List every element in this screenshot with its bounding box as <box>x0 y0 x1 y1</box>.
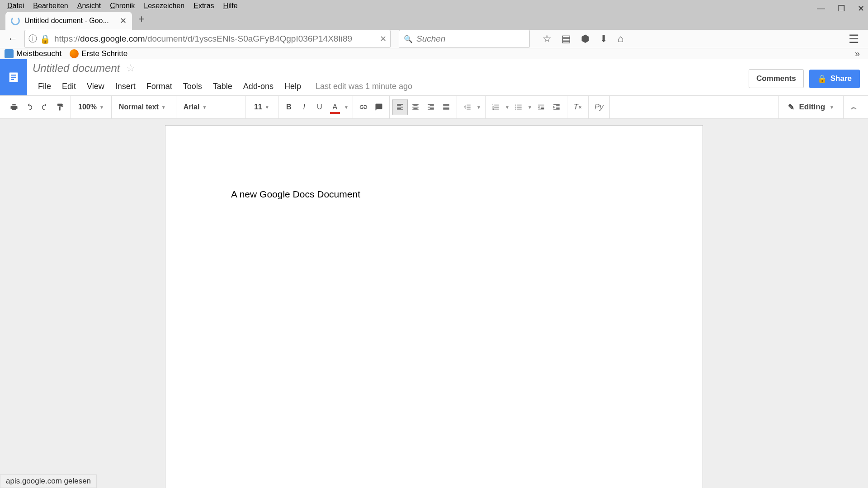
align-right-button[interactable] <box>423 99 439 115</box>
window-minimize-icon[interactable]: — <box>817 4 825 14</box>
last-edit-text: Last edit was 1 minute ago <box>316 82 412 91</box>
docs-home-button[interactable] <box>0 59 27 95</box>
print-button[interactable] <box>6 99 22 115</box>
menu-hilfe[interactable]: Hilfe <box>219 0 242 12</box>
svg-rect-3 <box>11 79 14 80</box>
document-title[interactable]: Untitled document <box>33 62 120 75</box>
align-justify-button[interactable] <box>439 99 454 115</box>
docs-header: Untitled document ☆ File Edit View Inser… <box>0 59 868 95</box>
paragraph-style-dropdown[interactable]: Normal text▼ <box>114 103 173 111</box>
downloads-icon[interactable]: ⬇ <box>599 33 608 45</box>
search-input[interactable] <box>416 34 525 44</box>
docs-toolbar: 100%▼ Normal text▼ Arial▼ 11▼ B I U A ▼ <box>0 95 868 119</box>
underline-button[interactable]: U <box>312 99 327 115</box>
undo-button[interactable] <box>22 99 37 115</box>
docs-menubar: File Edit View Insert Format Tools Table… <box>33 77 868 95</box>
tab-close-icon[interactable]: ✕ <box>120 16 127 26</box>
numbered-list-caret[interactable]: ▼ <box>504 99 511 115</box>
menu-format[interactable]: Format <box>141 79 178 94</box>
decrease-indent-button[interactable] <box>533 99 549 115</box>
redo-button[interactable] <box>37 99 52 115</box>
browser-tab[interactable]: Untitled document - Goo... ✕ <box>5 12 132 30</box>
lock-icon: 🔒 <box>40 34 51 44</box>
svg-rect-2 <box>11 77 16 78</box>
menu-view[interactable]: View <box>81 79 110 94</box>
bulleted-list-caret[interactable]: ▼ <box>526 99 533 115</box>
docs-logo-icon <box>7 71 20 84</box>
bookmark-erste-schritte[interactable]: Erste Schritte <box>70 49 127 58</box>
insert-link-button[interactable] <box>356 99 371 115</box>
firefox-menubar: Datei Bearbeiten Ansicht Chronik Lesezei… <box>0 0 868 12</box>
font-size-dropdown[interactable]: 11▼ <box>248 103 275 111</box>
share-button[interactable]: 🔒 Share <box>809 70 860 88</box>
insert-comment-button[interactable] <box>371 99 387 115</box>
menu-insert[interactable]: Insert <box>110 79 141 94</box>
font-family-dropdown[interactable]: Arial▼ <box>179 103 242 111</box>
loading-spinner-icon <box>11 16 20 25</box>
document-page[interactable]: A new Google Docs Document <box>165 125 703 488</box>
text-color-button[interactable]: A <box>327 99 343 115</box>
google-docs-app: Untitled document ☆ File Edit View Inser… <box>0 59 868 488</box>
numbered-list-button[interactable] <box>488 99 504 115</box>
url-text: https://docs.google.com/document/d/1yscs… <box>54 34 376 44</box>
line-spacing-caret[interactable]: ▼ <box>475 99 482 115</box>
menu-table[interactable]: Table <box>208 79 238 94</box>
pocket-icon[interactable]: ⬢ <box>581 33 590 45</box>
home-icon[interactable]: ⌂ <box>618 33 623 45</box>
align-center-button[interactable] <box>408 99 423 115</box>
text-color-caret[interactable]: ▼ <box>343 99 350 115</box>
bulleted-list-button[interactable] <box>511 99 526 115</box>
firefox-tabbar: Untitled document - Goo... ✕ + <box>0 12 868 30</box>
menu-ansicht[interactable]: Ansicht <box>73 0 105 12</box>
hide-menus-button[interactable]: ︽ <box>846 99 862 115</box>
bookmark-star-icon[interactable]: ☆ <box>542 33 552 45</box>
align-left-button[interactable] <box>392 99 408 115</box>
clear-formatting-button[interactable]: T✕ <box>570 99 585 115</box>
svg-rect-1 <box>11 75 16 75</box>
menu-lesezeichen[interactable]: Lesezeichen <box>139 0 189 12</box>
editing-mode-dropdown[interactable]: ✎ Editing ▼ <box>782 103 840 112</box>
firefox-icon <box>70 49 79 58</box>
bookmark-meistbesucht[interactable]: Meistbesucht <box>5 49 61 58</box>
input-tools-button[interactable]: Py <box>591 99 607 115</box>
window-restore-icon[interactable]: ❐ <box>838 4 845 14</box>
lock-icon: 🔒 <box>817 74 827 84</box>
back-button[interactable]: ← <box>5 31 21 47</box>
menu-help[interactable]: Help <box>279 79 307 94</box>
reader-view-icon[interactable]: ▤ <box>561 33 571 45</box>
window-close-icon[interactable]: ✕ <box>858 4 864 14</box>
zoom-dropdown[interactable]: 100%▼ <box>74 103 108 111</box>
site-info-icon[interactable]: ⓘ <box>28 33 37 45</box>
status-bar: apis.google.com gelesen <box>0 474 97 488</box>
firefox-menu-icon[interactable]: ☰ <box>849 32 863 46</box>
url-clear-icon[interactable]: ✕ <box>380 34 387 44</box>
paint-format-button[interactable] <box>52 99 68 115</box>
menu-extras[interactable]: Extras <box>189 0 218 12</box>
tab-title: Untitled document - Goo... <box>24 17 115 25</box>
menu-edit[interactable]: Edit <box>57 79 81 94</box>
comments-button[interactable]: Comments <box>749 69 804 88</box>
menu-chronik[interactable]: Chronik <box>105 0 139 12</box>
new-tab-button[interactable]: + <box>138 13 145 25</box>
italic-button[interactable]: I <box>297 99 312 115</box>
url-bar[interactable]: ⓘ 🔒 https://docs.google.com/document/d/1… <box>24 30 391 48</box>
bookmarks-overflow-icon[interactable]: » <box>855 48 863 59</box>
bookmark-icon <box>5 49 14 58</box>
firefox-navbar: ← ⓘ 🔒 https://docs.google.com/document/d… <box>0 30 868 48</box>
line-spacing-button[interactable] <box>460 99 475 115</box>
search-bar[interactable]: 🔍 <box>399 30 530 48</box>
menu-datei[interactable]: Datei <box>3 0 28 12</box>
increase-indent-button[interactable] <box>549 99 564 115</box>
menu-addons[interactable]: Add-ons <box>238 79 279 94</box>
star-icon[interactable]: ☆ <box>126 62 135 74</box>
menu-tools[interactable]: Tools <box>178 79 208 94</box>
bold-button[interactable]: B <box>281 99 297 115</box>
bookmarks-toolbar: Meistbesucht Erste Schritte » <box>0 48 868 59</box>
search-icon: 🔍 <box>404 35 413 43</box>
menu-bearbeiten[interactable]: Bearbeiten <box>28 0 72 12</box>
menu-file[interactable]: File <box>33 79 57 94</box>
pencil-icon: ✎ <box>788 103 794 112</box>
docs-canvas[interactable]: A new Google Docs Document <box>0 119 868 488</box>
document-body-text[interactable]: A new Google Docs Document <box>231 189 637 200</box>
